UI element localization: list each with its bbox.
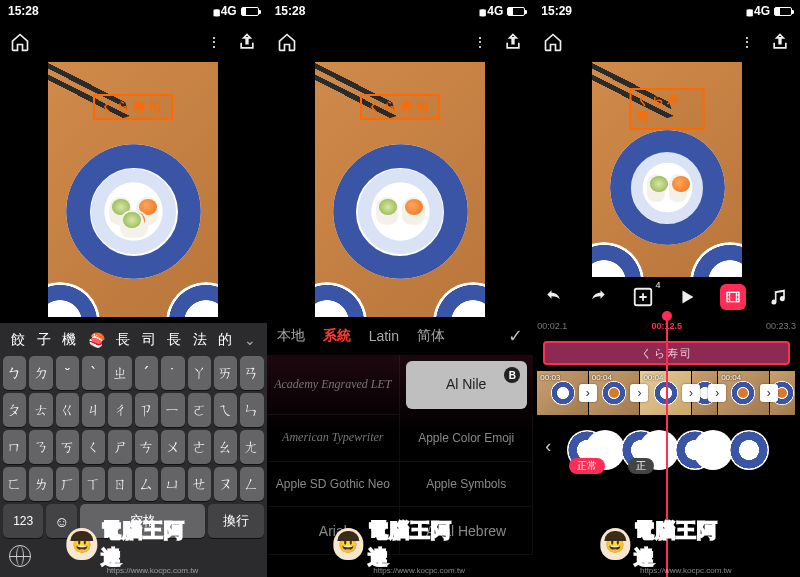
add-media-icon[interactable] bbox=[632, 286, 654, 308]
key[interactable]: ㄒ bbox=[82, 467, 105, 501]
transition-icon[interactable]: › bbox=[708, 384, 726, 402]
effect-thumb[interactable]: 正 bbox=[621, 430, 661, 470]
confirm-check-icon[interactable]: ✓ bbox=[508, 325, 523, 347]
key[interactable]: ㄥ bbox=[240, 467, 263, 501]
key[interactable]: ㄝ bbox=[188, 467, 211, 501]
key[interactable]: ㄌ bbox=[29, 467, 52, 501]
key[interactable]: ㄊ bbox=[29, 393, 52, 427]
transition-icon[interactable]: › bbox=[682, 384, 700, 402]
key[interactable]: ㄨ bbox=[161, 430, 184, 464]
return-key[interactable]: 換行 bbox=[208, 504, 264, 538]
playhead[interactable] bbox=[666, 317, 668, 577]
tab-simplified[interactable]: 简体 bbox=[417, 327, 445, 345]
key[interactable]: ㄅ bbox=[3, 356, 26, 390]
key[interactable]: ㄈ bbox=[3, 467, 26, 501]
key[interactable]: ㄗ bbox=[135, 393, 158, 427]
tab-system[interactable]: 系統 bbox=[323, 327, 351, 345]
key[interactable]: ㄋ bbox=[29, 430, 52, 464]
transition-icon[interactable]: › bbox=[630, 384, 648, 402]
key[interactable]: ㄡ bbox=[214, 467, 237, 501]
candidate[interactable]: 長 bbox=[165, 331, 183, 349]
candidate[interactable]: 的 bbox=[216, 331, 234, 349]
globe-icon[interactable] bbox=[9, 545, 31, 567]
key[interactable]: ㄩ bbox=[161, 467, 184, 501]
transition-icon[interactable]: › bbox=[579, 384, 597, 402]
effect-thumb[interactable]: 正常 bbox=[567, 430, 607, 470]
candidate[interactable]: 司 bbox=[140, 331, 158, 349]
key[interactable]: ㄖ bbox=[108, 467, 131, 501]
play-icon[interactable] bbox=[676, 286, 698, 308]
music-icon[interactable] bbox=[768, 286, 790, 308]
text-overlay[interactable]: くら寿司 bbox=[93, 94, 173, 120]
font-option[interactable]: American Typewriter bbox=[267, 415, 400, 462]
emoji-key[interactable]: ☺ bbox=[46, 504, 77, 538]
key[interactable]: ˋ bbox=[82, 356, 105, 390]
key[interactable]: ˇ bbox=[56, 356, 79, 390]
candidate[interactable]: 子 bbox=[35, 331, 53, 349]
key[interactable]: ㄐ bbox=[82, 393, 105, 427]
expand-candidates-icon[interactable]: ⌄ bbox=[242, 332, 258, 348]
tab-local[interactable]: 本地 bbox=[277, 327, 305, 345]
effect-thumb[interactable] bbox=[729, 430, 769, 470]
undo-icon[interactable] bbox=[543, 286, 565, 308]
status-bar: 15:29 4G bbox=[533, 0, 800, 22]
space-key[interactable]: 空格 bbox=[80, 504, 204, 538]
key[interactable]: ㄙ bbox=[135, 467, 158, 501]
candidate[interactable]: 餃 bbox=[9, 331, 27, 349]
film-mode-icon[interactable] bbox=[720, 284, 746, 310]
key[interactable]: ㄍ bbox=[56, 393, 79, 427]
key[interactable]: ㄜ bbox=[188, 430, 211, 464]
key[interactable]: ㄉ bbox=[29, 356, 52, 390]
key[interactable]: ㄞ bbox=[214, 356, 237, 390]
candidate[interactable]: 長 bbox=[114, 331, 132, 349]
tab-latin[interactable]: Latin bbox=[369, 328, 399, 344]
key[interactable]: ㄤ bbox=[240, 430, 263, 464]
share-icon[interactable] bbox=[237, 32, 257, 52]
font-option[interactable]: Academy Engraved LET bbox=[267, 355, 400, 415]
key[interactable]: ㄟ bbox=[214, 393, 237, 427]
effect-thumb[interactable] bbox=[675, 430, 715, 470]
more-icon[interactable]: ⋮ bbox=[740, 34, 756, 50]
more-icon[interactable]: ⋮ bbox=[207, 34, 223, 50]
candidate[interactable]: 🍣 bbox=[86, 332, 107, 348]
key[interactable]: ㄣ bbox=[240, 393, 263, 427]
key[interactable]: ㄧ bbox=[161, 393, 184, 427]
home-icon[interactable] bbox=[543, 32, 563, 52]
font-option[interactable]: Apple Color Emoji bbox=[400, 415, 533, 462]
key[interactable]: ㄢ bbox=[240, 356, 263, 390]
key[interactable]: ㄠ bbox=[214, 430, 237, 464]
key[interactable]: ㄔ bbox=[108, 393, 131, 427]
key[interactable]: ㄚ bbox=[188, 356, 211, 390]
key[interactable]: ㄎ bbox=[56, 430, 79, 464]
back-icon[interactable]: ‹ bbox=[545, 436, 551, 457]
font-option-selected[interactable]: Al Nile B bbox=[406, 361, 527, 409]
font-option[interactable]: Arial bbox=[267, 507, 400, 555]
key[interactable]: ㄕ bbox=[108, 430, 131, 464]
key[interactable]: ㄇ bbox=[3, 430, 26, 464]
candidate[interactable]: 機 bbox=[60, 331, 78, 349]
transition-icon[interactable]: › bbox=[760, 384, 778, 402]
key[interactable]: ㄑ bbox=[82, 430, 105, 464]
key[interactable]: ˙ bbox=[161, 356, 184, 390]
key[interactable]: ㄘ bbox=[135, 430, 158, 464]
key[interactable]: ˊ bbox=[135, 356, 158, 390]
share-icon[interactable] bbox=[770, 32, 790, 52]
candidate[interactable]: 法 bbox=[191, 331, 209, 349]
font-option[interactable]: Apple Symbols bbox=[400, 462, 533, 508]
video-clip[interactable]: 00:03› bbox=[537, 371, 589, 415]
redo-icon[interactable] bbox=[587, 286, 609, 308]
more-icon[interactable]: ⋮ bbox=[473, 34, 489, 50]
share-icon[interactable] bbox=[503, 32, 523, 52]
font-option[interactable]: Arial Hebrew bbox=[400, 507, 533, 555]
numeric-key[interactable]: 123 bbox=[3, 504, 43, 538]
battery-icon bbox=[241, 7, 259, 16]
key[interactable]: ㄆ bbox=[3, 393, 26, 427]
text-overlay[interactable]: くら寿司 bbox=[629, 88, 704, 130]
home-icon[interactable] bbox=[277, 32, 297, 52]
font-option[interactable]: Apple SD Gothic Neo bbox=[267, 462, 400, 508]
key[interactable]: ㄓ bbox=[108, 356, 131, 390]
key[interactable]: ㄛ bbox=[188, 393, 211, 427]
text-overlay[interactable]: くら寿司 bbox=[360, 94, 440, 120]
home-icon[interactable] bbox=[10, 32, 30, 52]
key[interactable]: ㄏ bbox=[56, 467, 79, 501]
